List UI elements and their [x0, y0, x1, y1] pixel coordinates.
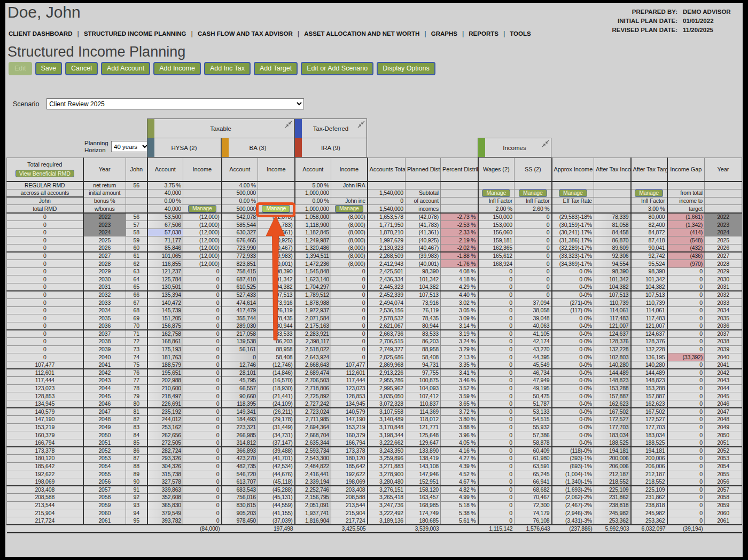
manage-button[interactable]: Manage [188, 205, 216, 212]
view-beneficial-rmd-button[interactable]: View Beneficial RMD [15, 170, 74, 177]
cell-ss: 0 [515, 228, 552, 236]
cell-percent-distribution: 3.65 % [441, 400, 478, 408]
setup-ss: 2.60 % [515, 205, 552, 214]
setup-year-right [705, 189, 742, 197]
cell-income-gap: 0 [667, 314, 705, 322]
nav-item-structured-income-planning[interactable]: STRUCTURED INCOME PLANNING [84, 30, 186, 37]
cell-hysa-account: 151,205 [147, 314, 183, 322]
nav-item-asset-allocation-and-net-worth[interactable]: ASSET ALLOCATION AND NET WORTH [304, 30, 419, 37]
cell-after-tax-income: 84,458 [594, 228, 631, 236]
display-options-button[interactable]: Display Options [377, 62, 435, 75]
cell-income-gap: 0 [667, 330, 705, 338]
cell-income-gap: 0 [667, 377, 705, 385]
nav-item-reports[interactable]: REPORTS [469, 30, 498, 37]
nav-item-client-dashboard[interactable]: CLIENT DASHBOARD [9, 30, 72, 37]
cell-hysa-account: 162,758 [147, 330, 183, 338]
cell-ira-account: 2,718,806 [295, 384, 331, 392]
nav-item-graphs[interactable]: GRAPHS [431, 30, 457, 37]
cell-after-tax-target: 238,818 [631, 501, 667, 509]
cell-income-gap: (970) [667, 260, 705, 268]
manage-button[interactable]: Manage [335, 205, 363, 212]
setup-ba-account: 500,000 [222, 205, 258, 214]
client-name: Doe, John [7, 3, 81, 21]
cell-after-tax-income: 162,623 [594, 400, 631, 408]
column-header-year-right: Year [705, 158, 742, 182]
collapse-icon[interactable] [285, 121, 292, 128]
total-year-right [705, 525, 742, 533]
cell-ira-income: (8,000) [331, 252, 368, 260]
cell-income-gap: 0 [667, 384, 705, 392]
cell-hysa-income: 0 [183, 478, 222, 486]
cell-ira-income: 215,904 [331, 509, 368, 517]
cell-after-tax-income: 153,288 [594, 384, 631, 392]
cell-percent-distribution: 4.67 % [441, 478, 478, 486]
cancel-button[interactable]: Cancel [65, 62, 98, 75]
cell-total-required: 208,588 [7, 494, 83, 502]
cell-wages: 0 [478, 369, 515, 377]
cell-after-tax-target: 140,280 [631, 361, 667, 369]
cell-ba-income: (45,131) [258, 494, 295, 502]
cell-accounts-total: 3,107,558 [368, 408, 406, 416]
manage-button[interactable]: Manage [635, 190, 663, 197]
cell-ss: 0 [515, 291, 552, 299]
cell-total-required: 215,904 [7, 509, 83, 517]
cell-total-required: 0 [7, 322, 83, 330]
cell-hysa-income: 0 [183, 322, 222, 330]
cell-income-gap: 0 [667, 299, 705, 307]
setup-year-right [705, 197, 742, 205]
nav-item-tools[interactable]: TOOLS [510, 30, 531, 37]
collapse-icon[interactable] [542, 140, 549, 147]
cell-after-tax-income: 167,502 [594, 408, 631, 416]
cell-year-right: 2042 [705, 369, 742, 377]
cell-percent-distribution: 4.05 % [441, 439, 478, 447]
cell-hysa-income: 0 [183, 353, 222, 361]
cell-hysa-account: 195,651 [147, 369, 183, 377]
setup-ira-income [331, 189, 368, 197]
cell-ira-account: 2,593,734 [295, 447, 331, 455]
cell-hysa-income: (12,000) [183, 221, 222, 229]
cell-age: 75 [126, 361, 147, 369]
manage-button[interactable]: Manage [519, 190, 547, 197]
edit-or-add-scenario-button[interactable]: Edit or Add Scenario [301, 62, 373, 75]
setup-ira-income: Manage [331, 205, 368, 214]
cell-after-tax-target: 84,872 [631, 228, 667, 236]
cell-total-required: 217,724 [7, 517, 83, 525]
cell-after-tax-income: 177,703 [594, 423, 631, 431]
group-header-hysa: HYSA (2) [147, 138, 221, 157]
setup-row: Johnbonus %0.00 %0.00 %0.00 %John inc0of… [7, 197, 742, 205]
cell-year: 2030 [83, 275, 126, 283]
cell-ba-income: (29,178) [258, 416, 295, 424]
add-inc-tax-button[interactable]: Add Inc Tax [204, 62, 251, 75]
edit-button[interactable]: Edit [9, 62, 32, 75]
cell-after-tax-target: 124,637 [631, 330, 667, 338]
collapse-icon[interactable] [357, 121, 365, 128]
table-row-2055: 192,622205589315,7380546,720(44,676)2,41… [7, 470, 742, 478]
add-account-button[interactable]: Add Account [101, 62, 150, 75]
add-target-button[interactable]: Add Target [254, 62, 298, 75]
cell-accounts-total: 3,140,489 [368, 416, 406, 424]
cell-year-right: 2036 [705, 322, 742, 330]
total-age [126, 525, 147, 533]
column-header-ira-income: Income [331, 158, 368, 182]
manage-button[interactable]: Manage [559, 190, 587, 197]
scenario-select[interactable]: Client Review 2025 [46, 98, 304, 109]
setup-year: net return [83, 182, 126, 190]
planning-horizon-select[interactable]: 40 years [111, 141, 150, 152]
cell-hysa-income: 0 [183, 369, 222, 377]
cell-ba-account: 474,614 [222, 299, 258, 307]
group-header-ira: IRA (9) [294, 138, 367, 157]
nav-item-cash-flow-and-tax-advisor[interactable]: CASH FLOW AND TAX ADVISOR [198, 30, 293, 37]
manage-button[interactable]: Manage [482, 190, 510, 197]
cell-age: 86 [126, 447, 147, 455]
cell-ira-account: 1,816,904 [295, 517, 331, 525]
cell-income-gap: 0 [667, 470, 705, 478]
setup-total-required: accross all accounts [7, 189, 83, 197]
cell-accounts-total: 2,749,377 [368, 345, 406, 353]
revised-plan-date-label: REVISED PLAN DATE: [612, 27, 677, 33]
total-hysa-account [147, 525, 183, 533]
cell-after-tax-target: 110,739 [631, 299, 667, 307]
add-income-button[interactable]: Add Income [153, 62, 201, 75]
table-header-row: Total requiredView Beneficial RMDYearJoh… [7, 158, 742, 182]
save-button[interactable]: Save [35, 62, 63, 75]
setup-row: accross all accountsinitial amount40,000… [7, 189, 742, 197]
